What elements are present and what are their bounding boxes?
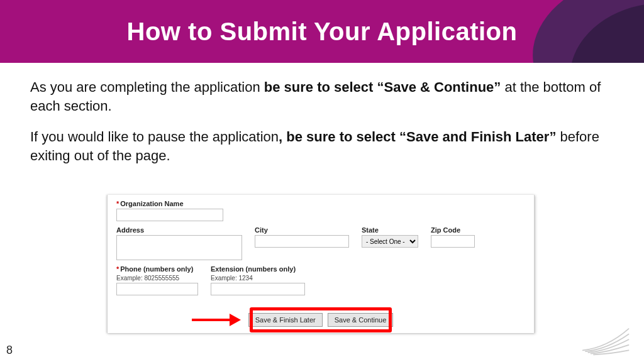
field-hint: Example: 8025555555	[116, 275, 198, 282]
save-continue-button[interactable]: Save & Continue	[328, 313, 394, 327]
field-label: City	[255, 226, 349, 234]
arrow-head	[230, 314, 241, 326]
state-select[interactable]: - Select One -	[362, 235, 418, 248]
field-label: Zip Code	[431, 226, 475, 234]
field-state: State - Select One -	[362, 226, 418, 260]
header-banner: How to Submit Your Application	[0, 0, 644, 63]
field-label: *Organization Name	[116, 200, 223, 207]
body-text: As you are completing the application be…	[0, 63, 644, 165]
field-label: Address	[116, 226, 242, 234]
phone-input[interactable]	[116, 283, 198, 295]
extension-input[interactable]	[211, 283, 305, 295]
wing-logo-icon	[576, 318, 633, 356]
field-city: City	[255, 226, 349, 260]
required-asterisk: *	[116, 265, 119, 273]
form-screenshot: *Organization Name Address City State - …	[107, 195, 535, 333]
organization-name-input[interactable]	[116, 209, 223, 221]
label-text: Phone (numbers only)	[120, 265, 193, 273]
paragraph-2: If you would like to pause the applicati…	[30, 128, 614, 165]
page-number: 8	[6, 344, 13, 357]
form-row: *Phone (numbers only) Example: 802555555…	[116, 265, 525, 295]
field-label: Extension (numbers only)	[211, 265, 305, 273]
zip-input[interactable]	[431, 235, 475, 248]
button-row: Save & Finish Later Save & Continue	[116, 313, 525, 327]
form-row: Address City State - Select One - Zip Co…	[116, 226, 525, 260]
text: As you are completing the application	[30, 79, 264, 95]
text: If you would like to pause the applicati…	[30, 129, 279, 145]
field-organization-name: *Organization Name	[116, 200, 223, 221]
field-label: State	[362, 226, 418, 234]
field-address: Address	[116, 226, 242, 260]
slide: How to Submit Your Application As you ar…	[0, 0, 644, 362]
paragraph-1: As you are completing the application be…	[30, 78, 614, 115]
field-extension: Extension (numbers only) Example: 1234	[211, 265, 305, 295]
arrow-icon	[192, 314, 241, 326]
address-input[interactable]	[116, 235, 242, 260]
save-finish-later-button[interactable]: Save & Finish Later	[248, 313, 323, 327]
required-asterisk: *	[116, 200, 119, 207]
arrow-shaft	[192, 319, 230, 321]
city-input[interactable]	[255, 235, 349, 248]
field-label: *Phone (numbers only)	[116, 265, 198, 273]
slide-title: How to Submit Your Application	[127, 18, 518, 46]
text-bold: be sure to select “Save & Continue”	[264, 79, 501, 95]
text-bold: , be sure to select “Save and Finish Lat…	[279, 129, 556, 145]
form-row: *Organization Name	[116, 200, 525, 221]
field-hint: Example: 1234	[211, 275, 305, 282]
field-phone: *Phone (numbers only) Example: 802555555…	[116, 265, 198, 295]
label-text: Organization Name	[120, 200, 183, 207]
field-zip: Zip Code	[431, 226, 475, 260]
